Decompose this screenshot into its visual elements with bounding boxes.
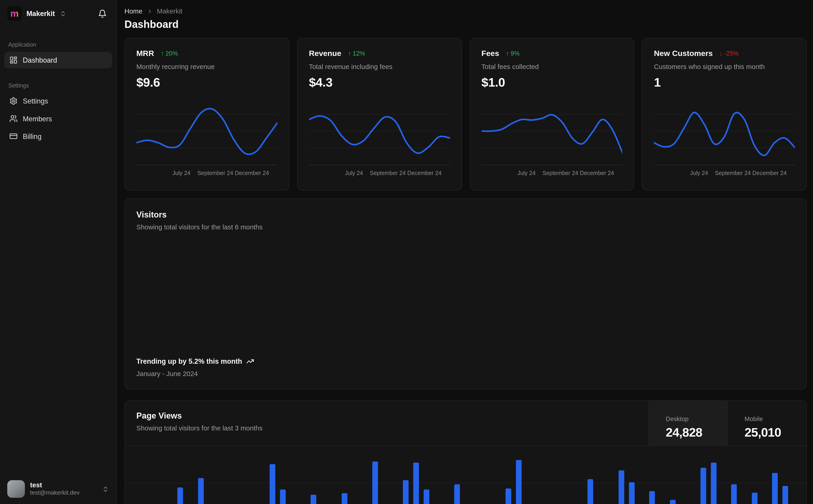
- sidebar-item-dashboard[interactable]: Dashboard: [4, 52, 112, 69]
- chevrons-up-down-icon: [102, 486, 109, 492]
- x-tick: July 24: [172, 170, 190, 176]
- bar: [772, 473, 778, 504]
- user-email: test@makerkit.dev: [30, 489, 97, 497]
- bar: [280, 490, 286, 504]
- bar: [783, 486, 788, 504]
- sidebar-item-settings[interactable]: Settings: [4, 93, 112, 109]
- breadcrumb: Home Makerkit: [124, 7, 807, 15]
- bar: [424, 490, 429, 504]
- trend-up-icon: ↑: [348, 50, 351, 57]
- x-tick: September 24: [542, 170, 578, 176]
- notifications-button[interactable]: [96, 7, 109, 20]
- sidebar-item-label: Settings: [23, 97, 48, 105]
- mobile-toggle-button[interactable]: Mobile 25,010: [728, 401, 806, 446]
- stat-value: $9.6: [136, 75, 277, 90]
- chevrons-up-down-icon: [59, 10, 66, 17]
- mobile-value: 25,010: [745, 425, 806, 440]
- bar: [506, 488, 511, 504]
- bar: [588, 479, 593, 504]
- fees-sparkline-chart: [481, 97, 622, 165]
- visitors-card: Visitors Showing total visitors for the …: [124, 198, 807, 390]
- x-tick: December 24: [752, 170, 787, 176]
- sidebar-item-members[interactable]: Members: [4, 110, 112, 127]
- sidebar-header: m Makerkit: [0, 0, 116, 26]
- page-views-subtitle: Showing total visitors for the last 3 mo…: [136, 424, 637, 432]
- bar: [701, 468, 706, 504]
- new-customers-sparkline-chart: [654, 97, 795, 165]
- bar: [311, 495, 317, 504]
- x-tick: September 24: [715, 170, 751, 176]
- breadcrumb-current: Makerkit: [157, 7, 182, 15]
- main-content: Home Makerkit Dashboard MRR ↑20% Monthly…: [117, 0, 813, 504]
- sidebar-section-application: Application: [0, 41, 116, 48]
- trend-badge: ↑12%: [348, 50, 365, 57]
- visitors-area-chart: [136, 240, 795, 344]
- gear-icon: [9, 97, 18, 105]
- x-tick: July 24: [517, 170, 535, 176]
- user-meta: test test@makerkit.dev: [30, 481, 97, 497]
- x-tick: September 24: [197, 170, 233, 176]
- desktop-value: 24,828: [666, 425, 728, 440]
- x-tick: July 24: [690, 170, 708, 176]
- sidebar: m Makerkit Application Dashboard Setting…: [0, 0, 117, 504]
- page-views-header: Page Views Showing total visitors for th…: [125, 401, 806, 446]
- logo-letter: m: [10, 9, 19, 18]
- sidebar-item-label: Billing: [23, 132, 42, 140]
- stat-card-fees: Fees ↑9% Total fees collected $1.0 July …: [469, 38, 634, 191]
- trend-badge: ↑9%: [506, 50, 519, 57]
- bar: [413, 463, 419, 504]
- stat-subtitle: Total fees collected: [481, 63, 622, 70]
- users-icon: [9, 114, 18, 123]
- x-axis: July 24 September 24 December 24: [481, 165, 622, 180]
- sidebar-item-label: Dashboard: [23, 56, 57, 64]
- workspace-selector[interactable]: m Makerkit: [7, 6, 96, 21]
- x-tick: July 24: [345, 170, 363, 176]
- desktop-toggle-button[interactable]: Desktop 24,828: [649, 401, 728, 446]
- sidebar-section-settings: Settings: [0, 82, 116, 88]
- visitors-trend-text: Trending up by 5.2% this month: [136, 357, 242, 365]
- trending-up-icon: [246, 357, 254, 365]
- x-axis: July 24 September 24 December 24: [309, 165, 450, 180]
- stat-title: Fees: [481, 49, 499, 58]
- bar: [619, 470, 624, 504]
- credit-card-icon: [9, 132, 18, 140]
- sidebar-item-billing[interactable]: Billing: [4, 128, 112, 145]
- stat-value: $1.0: [481, 75, 622, 90]
- bar: [403, 480, 409, 504]
- x-tick: December 24: [407, 170, 442, 176]
- user-avatar: [7, 480, 25, 498]
- stat-card-new-customers: New Customers ↓-25% Customers who signed…: [642, 38, 807, 191]
- bar: [270, 464, 275, 504]
- bar: [341, 493, 347, 504]
- stats-grid: MRR ↑20% Monthly recurring revenue $9.6 …: [124, 38, 807, 191]
- stat-card-mrr: MRR ↑20% Monthly recurring revenue $9.6 …: [124, 38, 289, 191]
- sidebar-item-label: Members: [23, 115, 52, 122]
- visitors-footer: Trending up by 5.2% this month January -…: [136, 357, 795, 377]
- bar: [731, 484, 737, 504]
- stat-value: $4.3: [309, 75, 450, 90]
- bar: [752, 493, 757, 504]
- page-views-title: Page Views: [136, 411, 637, 421]
- x-tick: September 24: [370, 170, 406, 176]
- user-menu[interactable]: test test@makerkit.dev: [0, 474, 116, 504]
- x-tick: December 24: [235, 170, 269, 176]
- bar: [372, 462, 378, 504]
- breadcrumb-home-link[interactable]: Home: [124, 7, 142, 15]
- revenue-sparkline-chart: [309, 97, 450, 165]
- makerkit-dashboard: m Makerkit Application Dashboard Setting…: [0, 0, 813, 504]
- stat-subtitle: Customers who signed up this month: [654, 63, 795, 70]
- trend-down-icon: ↓: [720, 50, 723, 57]
- makerkit-logo: m: [7, 6, 22, 21]
- x-axis: July 24 September 24 December 24: [136, 165, 277, 180]
- x-tick: December 24: [580, 170, 614, 176]
- stat-subtitle: Total revenue including fees: [309, 63, 450, 70]
- stat-title: MRR: [136, 49, 154, 58]
- page-views-bar-chart: [136, 442, 793, 504]
- bar: [711, 463, 717, 504]
- mrr-sparkline-chart: [136, 97, 277, 165]
- user-name: test: [30, 481, 97, 489]
- bar: [177, 487, 183, 504]
- layout-dashboard-icon: [9, 56, 18, 64]
- bar: [670, 500, 675, 504]
- x-axis: July 24 September 24 December 24: [654, 165, 795, 180]
